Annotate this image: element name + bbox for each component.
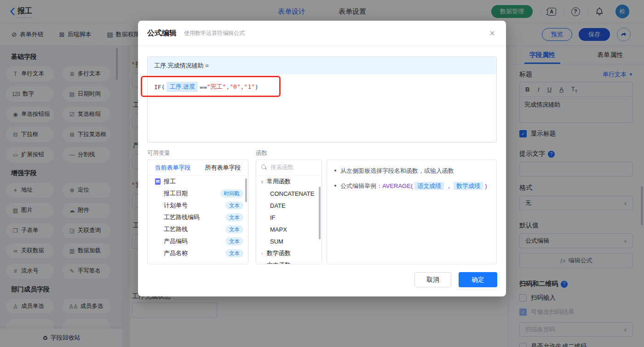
function-group-row[interactable]: ›数学函数 <box>256 247 322 259</box>
example-field-chip: 数学成绩 <box>454 182 483 190</box>
functions-scrollbar[interactable] <box>319 187 321 239</box>
variable-type-badge: 文本 <box>225 249 243 257</box>
variable-form-name: 报工 <box>164 177 176 186</box>
variable-type-badge: 文本 <box>225 225 243 233</box>
functions-panel: 搜索函数 ∨常用函数CONCATENATEDATEIFMAPXSUM›数学函数›… <box>256 159 322 264</box>
formula-edit-dialog: 公式编辑 使用数学运算符编辑公式 × 工序.完成情况辅助 = IF( 工序.进度… <box>138 21 506 296</box>
formula-segment: "完工","0","1" <box>207 83 255 91</box>
formula-expression[interactable]: IF( 工序.进度 =="完工","0","1") <box>148 74 496 99</box>
variable-name: 工艺路线编码 <box>164 213 200 222</box>
bullet-icon <box>334 170 336 171</box>
variable-type-badge: 文本 <box>225 201 243 210</box>
function-search[interactable]: 搜索函数 <box>256 160 322 176</box>
variables-section-label: 可用变量 <box>147 149 170 157</box>
help-example: 公式编辑举例：AVERAGE(语文成绩，数学成绩) <box>340 182 487 191</box>
formula-editor[interactable]: 工序.完成情况辅助 = IF( 工序.进度 =="完工","0","1") <box>147 57 497 142</box>
variables-list: 报工报工日期时间戳计划单号文本工艺路线编码文本工艺路线文本产品编码文本产品名称文… <box>148 176 248 259</box>
search-icon <box>261 165 267 171</box>
variable-name: 工艺路线 <box>164 225 188 233</box>
function-group-name: 常用函数 <box>267 177 291 186</box>
bullet-icon <box>334 185 336 187</box>
help-text: 从左侧面板选择字段名和函数，或输入函数 <box>340 166 454 176</box>
variable-type-badge: 文本 <box>225 237 243 245</box>
example-field-chip: 语文成绩 <box>414 182 444 190</box>
help-line-1: 从左侧面板选择字段名和函数，或输入函数 <box>334 166 489 176</box>
tab-current-form-fields[interactable]: 当前表单字段 <box>155 164 191 172</box>
function-group-name: 文本函数 <box>267 261 291 264</box>
formula-segment: ) <box>255 84 259 91</box>
example-segment: AVERAGE( <box>382 182 413 189</box>
variable-row[interactable]: 产品名称文本 <box>148 247 248 259</box>
example-segment: 公式编辑举例： <box>340 182 382 189</box>
formula-segment: == <box>200 84 207 91</box>
variables-panel: 当前表单字段 所有表单字段 报工报工日期时间戳计划单号文本工艺路线编码文本工艺路… <box>147 159 248 264</box>
chevron-down-icon: ∨ <box>260 179 264 184</box>
function-group-row[interactable]: ∨常用函数 <box>256 176 322 188</box>
example-segment: ， <box>446 182 452 189</box>
field-token-chip[interactable]: 工序.进度 <box>167 82 198 92</box>
variable-row[interactable]: 产品编码文本 <box>148 235 248 247</box>
example-segment: ) <box>485 182 487 189</box>
formula-target: 工序.完成情况辅助 = <box>148 57 496 74</box>
variable-name: 产品编码 <box>164 237 188 245</box>
function-group-row[interactable]: ›文本函数 <box>256 259 322 264</box>
cancel-button[interactable]: 取消 <box>414 272 451 287</box>
variable-row[interactable]: 工艺路线文本 <box>148 223 248 235</box>
chevron-right-icon: › <box>260 251 264 256</box>
tab-all-form-fields[interactable]: 所有表单字段 <box>205 164 241 172</box>
variable-name: 报工日期 <box>164 189 188 198</box>
function-group-name: 数学函数 <box>267 249 291 257</box>
dialog-title: 公式编辑 <box>147 28 177 38</box>
dialog-header: 公式编辑 使用数学运算符编辑公式 × <box>138 21 506 46</box>
function-item[interactable]: IF <box>256 211 322 223</box>
confirm-button[interactable]: 确定 <box>459 272 497 287</box>
dialog-subtitle: 使用数学运算符编辑公式 <box>184 29 245 37</box>
function-item[interactable]: SUM <box>256 235 322 247</box>
variables-tabs: 当前表单字段 所有表单字段 <box>148 160 248 176</box>
formula-help-panel: 从左侧面板选择字段名和函数，或输入函数 公式编辑举例：AVERAGE(语文成绩，… <box>327 159 497 264</box>
function-item[interactable]: DATE <box>256 199 322 211</box>
chevron-right-icon: › <box>260 263 264 265</box>
variable-row[interactable]: 计划单号文本 <box>148 199 248 211</box>
variable-name: 产品名称 <box>164 249 188 257</box>
functions-section-label: 函数 <box>256 149 267 157</box>
variable-type-badge: 文本 <box>225 213 243 222</box>
variable-type-badge: 时间戳 <box>220 189 244 198</box>
function-item[interactable]: CONCATENATE <box>256 188 322 199</box>
variable-name: 计划单号 <box>164 201 188 210</box>
variables-scrollbar[interactable] <box>245 178 247 202</box>
functions-list: ∨常用函数CONCATENATEDATEIFMAPXSUM›数学函数›文本函数 <box>256 176 322 264</box>
close-icon[interactable]: × <box>489 28 495 38</box>
variable-row[interactable]: 工艺路线编码文本 <box>148 211 248 223</box>
search-placeholder: 搜索函数 <box>270 164 293 171</box>
form-doc-icon <box>155 178 161 185</box>
help-line-2: 公式编辑举例：AVERAGE(语文成绩，数学成绩) <box>334 182 489 191</box>
variable-form-row[interactable]: 报工 <box>148 176 248 188</box>
function-item[interactable]: MAPX <box>256 223 322 235</box>
variable-row[interactable]: 报工日期时间戳 <box>148 188 248 199</box>
formula-segment: IF( <box>154 84 165 91</box>
